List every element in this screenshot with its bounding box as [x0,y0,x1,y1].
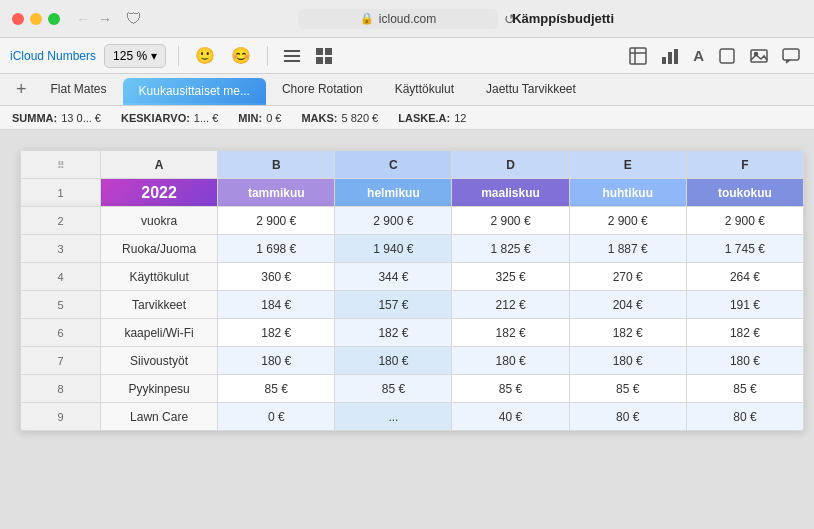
emoji-smiley-icon[interactable]: 🙂 [191,44,219,67]
cell-6d[interactable]: 182 € [452,319,569,347]
zoom-section: 125 % ▾ [104,44,166,68]
cell-9d[interactable]: 40 € [452,403,569,431]
traffic-lights[interactable] [12,13,60,25]
back-button[interactable]: ← [72,9,94,29]
close-button[interactable] [12,13,24,25]
stat-maks-value: 5 820 € [342,112,379,124]
cell-2f[interactable]: 2 900 € [686,207,803,235]
col-header-c[interactable]: C [335,151,452,179]
text-icon[interactable]: A [689,45,708,66]
table-row: 6 kaapeli/Wi-Fi 182 € 182 € 182 € 182 € … [21,319,804,347]
cell-9c[interactable]: ... [335,403,452,431]
cell-7f[interactable]: 180 € [686,347,803,375]
cell-3a[interactable]: Ruoka/Juoma [101,235,218,263]
cell-9e[interactable]: 80 € [569,403,686,431]
cell-9f[interactable]: 80 € [686,403,803,431]
tab-kuukausittaiset[interactable]: Kuukausittaiset me... [123,78,266,105]
tab-kayttökulut[interactable]: Käyttökulut [379,74,470,105]
address-bar[interactable]: 🔒 icloud.com [298,9,498,29]
cell-8c[interactable]: 85 € [335,375,452,403]
stat-maks: MAKS: 5 820 € [301,112,378,124]
cell-7a[interactable]: Siivoustyöt [101,347,218,375]
cell-1b[interactable]: tammikuu [218,179,335,207]
row-num-6: 6 [21,319,101,347]
cell-2e[interactable]: 2 900 € [569,207,686,235]
cell-3b[interactable]: 1 698 € [218,235,335,263]
chart-icon[interactable] [657,45,683,67]
cell-5a[interactable]: Tarvikkeet [101,291,218,319]
cell-4c[interactable]: 344 € [335,263,452,291]
tab-chore-rotation[interactable]: Chore Rotation [266,74,379,105]
svg-rect-6 [325,57,332,64]
cell-1e[interactable]: huhtikuu [569,179,686,207]
tab-jaettu-tarvikkeet[interactable]: Jaettu Tarvikkeet [470,74,592,105]
stat-summa-label: SUMMA: [12,112,57,124]
cell-4d[interactable]: 325 € [452,263,569,291]
cell-2c[interactable]: 2 900 € [335,207,452,235]
row-num-3: 3 [21,235,101,263]
add-sheet-button[interactable]: + [8,74,35,105]
cell-8b[interactable]: 85 € [218,375,335,403]
col-header-e[interactable]: E [569,151,686,179]
zoom-label: 125 % [113,49,147,63]
svg-rect-1 [284,55,300,57]
stat-laske: LASKE.A: 12 [398,112,466,124]
shape-icon[interactable] [714,45,740,67]
cell-7b[interactable]: 180 € [218,347,335,375]
cell-7e[interactable]: 180 € [569,347,686,375]
forward-button[interactable]: → [94,9,116,29]
col-header-b[interactable]: B [218,151,335,179]
grid-icon[interactable] [312,46,336,66]
cell-2a[interactable]: vuokra [101,207,218,235]
image-icon[interactable] [746,45,772,67]
cell-9b[interactable]: 0 € [218,403,335,431]
cell-6f[interactable]: 182 € [686,319,803,347]
cell-4e[interactable]: 270 € [569,263,686,291]
cell-6e[interactable]: 182 € [569,319,686,347]
cell-7d[interactable]: 180 € [452,347,569,375]
svg-rect-2 [284,60,300,62]
cell-5c[interactable]: 157 € [335,291,452,319]
maximize-button[interactable] [48,13,60,25]
tab-flat-mates[interactable]: Flat Mates [35,74,123,105]
window-title: Kämppísbudjetti [512,11,614,26]
zoom-selector[interactable]: 125 % ▾ [104,44,166,68]
comment-icon[interactable] [778,45,804,67]
cell-8f[interactable]: 85 € [686,375,803,403]
row-num-9: 9 [21,403,101,431]
col-header-f[interactable]: F [686,151,803,179]
cell-5f[interactable]: 191 € [686,291,803,319]
cell-3f[interactable]: 1 745 € [686,235,803,263]
cell-6b[interactable]: 182 € [218,319,335,347]
cell-8a[interactable]: Pyykinpesu [101,375,218,403]
cell-3c[interactable]: 1 940 € [335,235,452,263]
cell-7c[interactable]: 180 € [335,347,452,375]
table-icon[interactable] [625,45,651,67]
svg-rect-4 [325,48,332,55]
cell-9a[interactable]: Lawn Care [101,403,218,431]
minimize-button[interactable] [30,13,42,25]
cell-4b[interactable]: 360 € [218,263,335,291]
cell-1c[interactable]: helmikuu [335,179,452,207]
cell-5e[interactable]: 204 € [569,291,686,319]
col-header-d[interactable]: D [452,151,569,179]
cell-3d[interactable]: 1 825 € [452,235,569,263]
cell-1d[interactable]: maaliskuu [452,179,569,207]
cell-2d[interactable]: 2 900 € [452,207,569,235]
cell-8e[interactable]: 85 € [569,375,686,403]
cell-1a[interactable]: 2022 [101,179,218,207]
cell-6c[interactable]: 182 € [335,319,452,347]
cell-1f[interactable]: toukokuu [686,179,803,207]
cell-5b[interactable]: 184 € [218,291,335,319]
cell-4f[interactable]: 264 € [686,263,803,291]
cell-3e[interactable]: 1 887 € [569,235,686,263]
cell-4a[interactable]: Käyttökulut [101,263,218,291]
tabs-bar: + Flat Mates Kuukausittaiset me... Chore… [0,74,814,106]
list-icon[interactable] [280,46,304,66]
col-header-a[interactable]: A [101,151,218,179]
cell-5d[interactable]: 212 € [452,291,569,319]
cell-8d[interactable]: 85 € [452,375,569,403]
emoji-heart-icon[interactable]: 😊 [227,44,255,67]
cell-2b[interactable]: 2 900 € [218,207,335,235]
cell-6a[interactable]: kaapeli/Wi-Fi [101,319,218,347]
